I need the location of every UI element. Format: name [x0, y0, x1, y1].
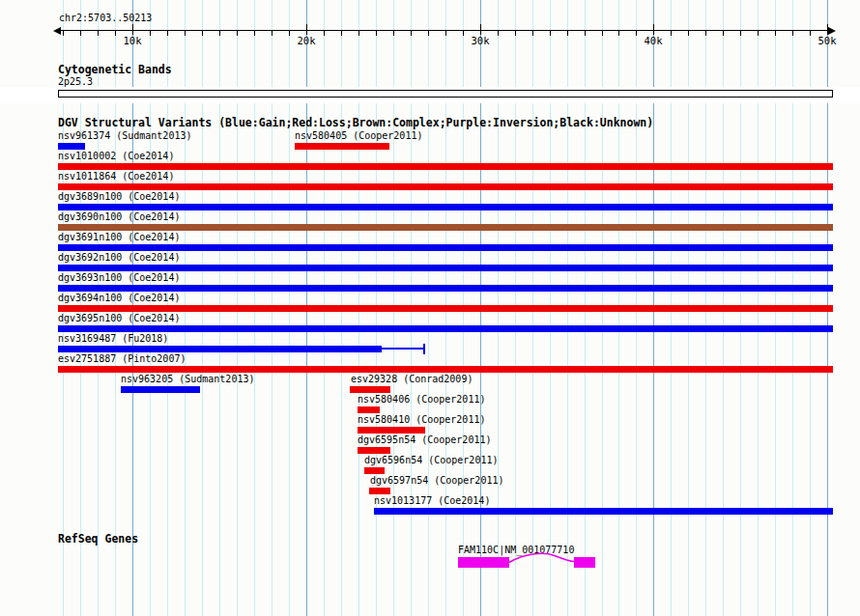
variant-label[interactable]: esv2751887 (Pinto2007) — [58, 354, 186, 364]
ruler-minor-tick — [411, 31, 412, 36]
variant-tail-endcap — [423, 344, 425, 354]
ruler-major-tick — [306, 24, 307, 35]
ruler-major-tick — [132, 24, 133, 35]
ruler-minor-tick — [98, 31, 99, 36]
ruler-minor-tick — [792, 31, 793, 36]
variant-label[interactable]: nsv3169487 (Fu2018) — [58, 334, 168, 344]
ruler-minor-tick — [636, 31, 637, 36]
variant-bar[interactable] — [358, 406, 380, 413]
variant-bar[interactable] — [350, 386, 390, 393]
ruler-minor-tick — [185, 31, 186, 36]
variant-bar[interactable] — [58, 325, 833, 332]
ruler-minor-tick — [272, 31, 272, 36]
ruler-minor-tick — [324, 31, 325, 36]
variant-bar[interactable] — [374, 508, 833, 515]
ruler-minor-tick — [445, 31, 446, 36]
variant-tail-line — [382, 348, 423, 350]
ruler-minor-tick — [80, 31, 81, 36]
gene-exon-box[interactable] — [458, 557, 509, 568]
variant-bar[interactable] — [58, 285, 833, 292]
refseq-genes-header: RefSeq Genes — [58, 534, 138, 545]
ruler-axis-line — [58, 30, 831, 31]
ruler-tick-label: 50k — [818, 36, 837, 45]
ruler-minor-tick — [167, 31, 168, 36]
ruler-minor-tick — [671, 31, 672, 36]
ruler-minor-tick — [775, 31, 776, 36]
variant-bar[interactable] — [369, 488, 390, 494]
variant-label[interactable]: dgv3691n100 (Coe2014) — [58, 233, 180, 242]
ruler-tick-label: 40k — [645, 36, 663, 45]
cytoband-label: 2p25.3 — [58, 77, 93, 87]
variant-bar[interactable] — [58, 244, 833, 251]
variant-label[interactable]: dgv3693n100 (Coe2014) — [58, 273, 180, 283]
variant-label[interactable]: esv29328 (Conrad2009) — [351, 375, 473, 384]
ruler-minor-tick — [498, 31, 499, 36]
variant-bar[interactable] — [58, 224, 833, 231]
ruler-minor-tick — [376, 31, 377, 36]
variant-bar[interactable] — [58, 265, 833, 271]
cytoband-box — [58, 90, 833, 98]
variant-bar[interactable] — [58, 366, 833, 373]
ruler-minor-tick — [515, 31, 516, 36]
ruler-minor-tick — [463, 31, 464, 36]
ruler-minor-tick — [758, 31, 759, 36]
ruler-minor-tick — [585, 31, 586, 36]
variant-label[interactable]: dgv3695n100 (Coe2014) — [58, 314, 180, 323]
variant-label[interactable]: nsv1013177 (Coe2014) — [374, 496, 490, 506]
variant-bar[interactable] — [295, 143, 389, 150]
variant-bar[interactable] — [121, 386, 200, 393]
ruler-minor-tick — [532, 31, 533, 36]
ruler-minor-tick — [740, 31, 741, 36]
ruler-right-arrow-icon — [828, 27, 836, 35]
variant-bar[interactable] — [364, 467, 385, 474]
ruler-minor-tick — [550, 31, 551, 36]
ruler-tick-label: 10k — [124, 36, 142, 45]
variant-bar[interactable] — [58, 163, 833, 170]
variant-label[interactable]: nsv580405 (Cooper2011) — [295, 131, 422, 141]
variant-bar[interactable] — [358, 427, 425, 434]
ruler-minor-tick — [393, 31, 394, 36]
ruler-minor-tick — [810, 31, 811, 36]
ruler-tick-label: 30k — [472, 36, 490, 45]
gene-intron-curve — [509, 547, 574, 569]
variant-label[interactable]: nsv1010002 (Coe2014) — [58, 152, 174, 161]
gene-exon-box[interactable] — [574, 557, 595, 568]
ruler-minor-tick — [150, 31, 151, 36]
variant-label[interactable]: nsv580406 (Cooper2011) — [358, 395, 485, 405]
variant-label[interactable]: dgv6596n54 (Cooper2011) — [364, 456, 498, 465]
variant-label[interactable]: dgv3689n100 (Coe2014) — [58, 192, 180, 202]
ruler-major-tick — [827, 24, 828, 35]
variant-bar[interactable] — [58, 143, 85, 150]
variant-label[interactable]: nsv1011864 (Coe2014) — [58, 172, 174, 182]
ruler-minor-tick — [237, 31, 238, 36]
dgv-track-header: DGV Structural Variants (Blue:Gain;Red:L… — [58, 118, 653, 128]
ruler-minor-tick — [254, 31, 255, 36]
variant-bar[interactable] — [58, 204, 833, 210]
ruler-minor-tick — [723, 31, 724, 36]
ruler-major-tick — [653, 24, 654, 35]
ruler-major-tick — [480, 24, 481, 35]
variant-label[interactable]: dgv3694n100 (Coe2014) — [58, 294, 180, 303]
variant-label[interactable]: nsv580410 (Cooper2011) — [358, 415, 485, 425]
ruler-minor-tick — [219, 31, 220, 36]
variant-bar[interactable] — [358, 447, 390, 454]
variant-bar[interactable] — [58, 183, 833, 190]
variant-label[interactable]: dgv3690n100 (Coe2014) — [58, 212, 180, 222]
region-title: chr2:5703..50213 — [59, 14, 152, 23]
variant-label[interactable]: nsv961374 (Sudmant2013) — [58, 131, 191, 141]
ruler-minor-tick — [115, 31, 116, 36]
ruler-minor-tick — [688, 31, 689, 36]
ruler-minor-tick — [705, 31, 706, 36]
variant-label[interactable]: dgv6597n54 (Cooper2011) — [370, 476, 503, 486]
variant-bar[interactable] — [58, 305, 833, 312]
variant-label[interactable]: dgv3692n100 (Coe2014) — [58, 253, 180, 263]
ruler-minor-tick — [618, 31, 619, 36]
variant-label[interactable]: nsv963205 (Sudmant2013) — [121, 375, 254, 384]
variant-label[interactable]: dgv6595n54 (Cooper2011) — [358, 435, 491, 445]
ruler-minor-tick — [358, 31, 359, 36]
genome-browser-view: chr2:5703..50213 10k20k30k40k50k Cytogen… — [0, 0, 860, 616]
ruler-minor-tick — [63, 31, 64, 36]
variant-bar[interactable] — [58, 346, 382, 352]
ruler-left-arrow-icon — [53, 27, 61, 35]
cytogenetic-bands-header: Cytogenetic Bands — [58, 65, 172, 75]
